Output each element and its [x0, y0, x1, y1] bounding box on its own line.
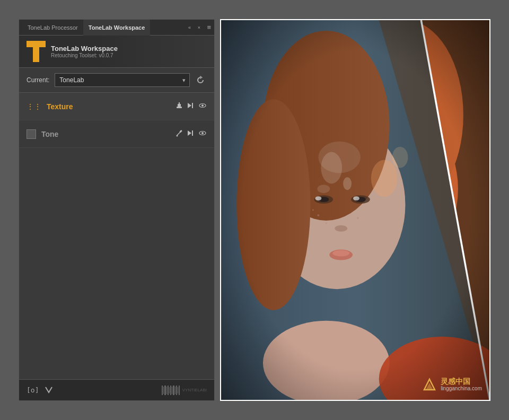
layer-thumb — [27, 129, 36, 139]
tab-bar: ToneLab Processor ToneLab Workspace — [22, 20, 150, 36]
panel-footer: [o] VYNTIELABI — [19, 379, 214, 400]
svg-rect-1 — [33, 47, 39, 62]
back-button[interactable]: « — [186, 24, 193, 31]
current-select[interactable]: ToneLab — [55, 73, 190, 87]
tone-skip-svg — [187, 129, 195, 137]
check-icon[interactable] — [44, 384, 54, 396]
panel-header: ToneLab Workspace Retouching Toolset: v0… — [19, 36, 214, 68]
current-select-wrapper: ToneLab — [55, 73, 190, 87]
svg-rect-6 — [192, 103, 193, 108]
svg-marker-5 — [188, 103, 191, 108]
skip-svg — [187, 101, 195, 110]
svg-point-10 — [177, 135, 178, 137]
layer-tone: Tone — [19, 120, 214, 148]
layer-tone-name: Tone — [41, 130, 175, 138]
stamp-svg — [175, 101, 183, 110]
svg-point-8 — [201, 104, 204, 107]
watermark-url: lingganchina.com — [441, 386, 482, 392]
window-controls: « × ≡ — [186, 23, 211, 31]
brush-svg — [175, 129, 183, 137]
layer-texture-icons — [175, 101, 207, 111]
current-label: Current: — [27, 76, 49, 84]
svg-rect-0 — [27, 41, 46, 47]
camera-icon[interactable]: [o] — [27, 386, 39, 394]
tone-visibility-icon[interactable] — [198, 129, 207, 139]
watermark: 灵感中国 lingganchina.com — [422, 377, 482, 392]
tab-workspace[interactable]: ToneLab Workspace — [83, 20, 151, 36]
watermark-text: 灵感中国 lingganchina.com — [441, 377, 482, 392]
layer-texture-name: Texture — [47, 102, 175, 111]
svg-rect-51 — [221, 20, 489, 400]
svg-marker-12 — [188, 130, 191, 136]
svg-rect-2 — [177, 107, 182, 108]
refresh-icon — [196, 76, 205, 84]
title-bar: ToneLab Processor ToneLab Workspace « × … — [19, 20, 214, 36]
current-row: Current: ToneLab — [19, 68, 214, 93]
app-logo-text: ToneLab Workspace Retouching Toolset: v0… — [51, 45, 118, 58]
stamp-icon[interactable] — [175, 101, 183, 111]
close-button[interactable]: × — [195, 24, 203, 31]
portrait-image — [221, 20, 489, 400]
right-panel: 灵感中国 lingganchina.com — [220, 19, 490, 401]
svg-rect-4 — [179, 102, 180, 104]
brush-icon[interactable] — [175, 129, 183, 139]
tone-eye-svg — [198, 129, 207, 137]
tab-processor[interactable]: ToneLab Processor — [22, 20, 83, 36]
layer-grid-icon[interactable]: ⋮⋮ — [27, 103, 41, 110]
layer-tone-icons — [175, 129, 207, 139]
skip-forward-icon[interactable] — [187, 101, 195, 111]
barcode-text: VYNTIELABI — [182, 388, 207, 392]
layer-texture: ⋮⋮ Texture — [19, 93, 214, 120]
eye-svg — [198, 101, 207, 110]
layers-section: ⋮⋮ Texture — [19, 93, 214, 379]
app-logo-icon — [27, 41, 46, 62]
refresh-button[interactable] — [194, 74, 207, 86]
app-name: ToneLab Workspace — [51, 45, 118, 52]
tone-skip-icon[interactable] — [187, 129, 195, 139]
left-panel: ToneLab Processor ToneLab Workspace « × … — [19, 19, 215, 401]
app-version: Retouching Toolset: v0.0.7 — [51, 52, 118, 58]
svg-point-15 — [201, 132, 204, 134]
svg-rect-13 — [192, 130, 193, 136]
visibility-icon[interactable] — [198, 101, 207, 111]
barcode: VYNTIELABI — [162, 386, 207, 395]
watermark-brand: 灵感中国 — [441, 377, 482, 386]
menu-icon[interactable]: ≡ — [207, 23, 211, 31]
v-logo — [44, 384, 54, 394]
watermark-logo-icon — [422, 377, 437, 392]
